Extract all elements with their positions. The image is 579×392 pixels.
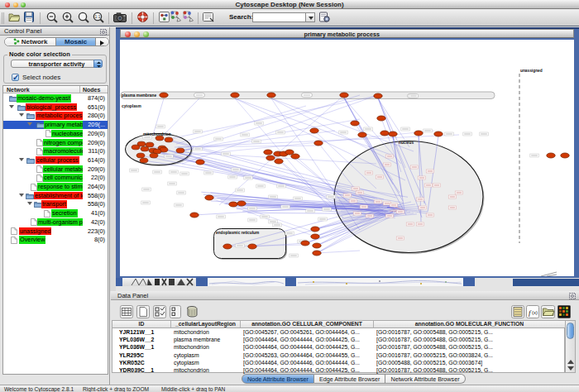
svg-text:(x): (x): [532, 310, 538, 315]
svg-text:endoplasmic reticulum: endoplasmic reticulum: [216, 230, 259, 234]
svg-text:plasma membrane: plasma membrane: [122, 93, 156, 98]
svg-text:unassigned: unassigned: [520, 69, 543, 73]
svg-text:cytoplasm: cytoplasm: [122, 103, 141, 108]
svg-text:1:1: 1:1: [95, 14, 101, 19]
